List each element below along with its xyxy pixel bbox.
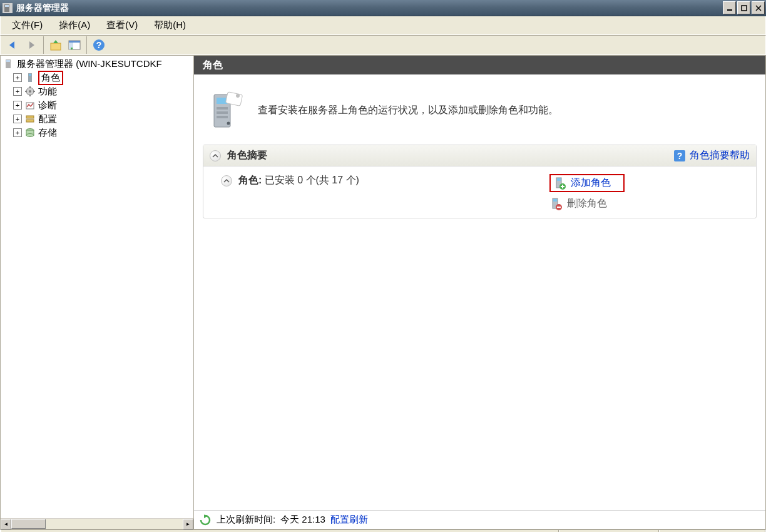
maximize-button[interactable] — [737, 1, 750, 14]
add-role-label: 添加角色 — [571, 176, 611, 190]
detail-header-title: 角色 — [203, 59, 223, 72]
svg-rect-2 — [727, 9, 732, 11]
svg-rect-10 — [71, 48, 73, 49]
detail-footer: 上次刷新时间: 今天 21:13 配置刷新 — [194, 510, 765, 529]
role-summary-section: 角色摘要 ? 角色摘要帮助 角色: — [203, 145, 757, 218]
menu-help[interactable]: 帮助(H) — [148, 17, 192, 34]
intro-text: 查看安装在服务器上角色的运行状况，以及添加或删除角色和功能。 — [258, 104, 558, 117]
svg-rect-16 — [29, 74, 31, 76]
minimize-button[interactable] — [723, 1, 736, 14]
forward-button[interactable] — [22, 36, 41, 54]
expander-icon[interactable]: + — [13, 115, 22, 123]
add-role-icon — [553, 177, 566, 190]
section-title: 角色摘要 — [227, 149, 673, 162]
role-label: 角色: — [238, 175, 262, 185]
tree-item-label: 功能 — [38, 86, 57, 98]
remove-role-icon — [549, 198, 562, 210]
toolbar-separator — [86, 36, 87, 54]
scroll-track[interactable] — [11, 519, 183, 529]
svg-point-18 — [29, 90, 31, 93]
svg-rect-22 — [33, 91, 35, 92]
show-hide-tree-button[interactable] — [65, 36, 84, 54]
svg-rect-3 — [742, 6, 747, 11]
svg-rect-33 — [217, 116, 228, 118]
summary-help-label: 角色摘要帮助 — [690, 149, 750, 162]
svg-rect-1 — [5, 5, 9, 7]
statusbar — [0, 529, 766, 532]
svg-rect-14 — [6, 60, 10, 62]
help-icon: ? — [673, 150, 686, 162]
tree[interactable]: 服务器管理器 (WIN-JKESUTCDKF + 角色 + 功能 + — [1, 56, 193, 518]
role-stat: 角色: 已安装 0 个(共 17 个) — [238, 174, 359, 187]
svg-text:?: ? — [677, 151, 683, 161]
toolbar: ? — [0, 35, 766, 55]
svg-rect-6 — [51, 43, 61, 50]
remove-role-label: 删除角色 — [567, 197, 607, 210]
summary-help-link[interactable]: ? 角色摘要帮助 — [673, 149, 750, 162]
svg-rect-20 — [29, 95, 31, 96]
tree-item-label: 配置 — [38, 113, 57, 125]
menu-file[interactable]: 文件(F) — [6, 17, 49, 34]
add-role-link[interactable]: 添加角色 — [549, 174, 625, 192]
scroll-right-button[interactable]: ► — [183, 519, 193, 529]
svg-rect-43 — [561, 186, 564, 187]
detail-body: 查看安装在服务器上角色的运行状况，以及添加或删除角色和功能。 角色摘要 ? 角色… — [194, 74, 765, 510]
collapse-icon[interactable] — [221, 175, 232, 187]
svg-rect-24 — [26, 116, 34, 118]
main-content: 服务器管理器 (WIN-JKESUTCDKF + 角色 + 功能 + — [0, 55, 766, 529]
tree-root-label: 服务器管理器 (WIN-JKESUTCDKF — [17, 58, 162, 70]
remove-role-link[interactable]: 删除角色 — [549, 197, 750, 210]
expander-icon[interactable]: + — [13, 73, 22, 82]
tree-hscrollbar[interactable]: ◄ ► — [1, 518, 193, 529]
storage-icon — [24, 127, 36, 138]
expander-icon[interactable]: + — [13, 101, 22, 110]
menu-action[interactable]: 操作(A) — [53, 17, 96, 34]
footer-time: 今天 21:13 — [280, 514, 325, 526]
tree-root[interactable]: 服务器管理器 (WIN-JKESUTCDKF — [2, 57, 192, 71]
tree-pane: 服务器管理器 (WIN-JKESUTCDKF + 角色 + 功能 + — [1, 56, 194, 529]
scroll-left-button[interactable]: ◄ — [1, 519, 11, 529]
back-button[interactable] — [3, 36, 22, 54]
toolbar-separator — [43, 36, 44, 54]
intro-block: 查看安装在服务器上角色的运行状况，以及添加或删除角色和功能。 — [198, 78, 762, 142]
help-button[interactable]: ? — [89, 36, 108, 54]
menu-view[interactable]: 查看(V) — [100, 17, 144, 34]
tree-item-storage[interactable]: + 存储 — [2, 126, 192, 140]
titlebar: 服务器管理器 — [0, 0, 766, 16]
menubar: 文件(F) 操作(A) 查看(V) 帮助(H) — [0, 16, 766, 35]
tree-item-label: 存储 — [38, 127, 57, 139]
roles-icon — [24, 72, 36, 83]
svg-rect-19 — [29, 86, 31, 88]
svg-point-28 — [26, 134, 34, 137]
refresh-config-link[interactable]: 配置刷新 — [330, 514, 368, 526]
svg-rect-21 — [25, 91, 27, 92]
app-icon — [3, 3, 13, 13]
tree-item-roles[interactable]: + 角色 — [2, 71, 192, 84]
svg-point-36 — [236, 94, 240, 98]
expander-icon[interactable]: + — [13, 87, 22, 96]
tree-item-features[interactable]: + 功能 — [2, 84, 192, 98]
svg-rect-8 — [69, 41, 80, 43]
window-title: 服务器管理器 — [16, 3, 723, 14]
svg-rect-40 — [557, 178, 561, 181]
expander-icon[interactable]: + — [13, 128, 22, 137]
server-tower-icon — [203, 88, 247, 132]
tree-item-diagnostics[interactable]: + 诊断 — [2, 98, 192, 112]
up-folder-button[interactable] — [46, 36, 65, 54]
section-body: 角色: 已安装 0 个(共 17 个) 添加角色 — [203, 166, 756, 218]
collapse-icon[interactable] — [210, 150, 221, 161]
role-stat-value: 已安装 0 个(共 17 个) — [265, 175, 359, 185]
scroll-thumb[interactable] — [11, 519, 46, 529]
configuration-icon — [24, 113, 36, 125]
svg-text:?: ? — [96, 40, 102, 50]
svg-rect-47 — [557, 207, 561, 208]
detail-pane: 角色 查看安装在服务器上角色的运行状况，以及添加或删除角色和功 — [194, 56, 765, 529]
svg-rect-45 — [553, 199, 557, 202]
diagnostics-icon — [24, 100, 36, 111]
footer-label: 上次刷新时间: — [217, 514, 275, 526]
svg-rect-32 — [217, 111, 228, 114]
svg-point-34 — [227, 122, 230, 125]
server-manager-icon — [3, 58, 14, 69]
tree-item-configuration[interactable]: + 配置 — [2, 112, 192, 126]
close-button[interactable] — [752, 1, 765, 14]
